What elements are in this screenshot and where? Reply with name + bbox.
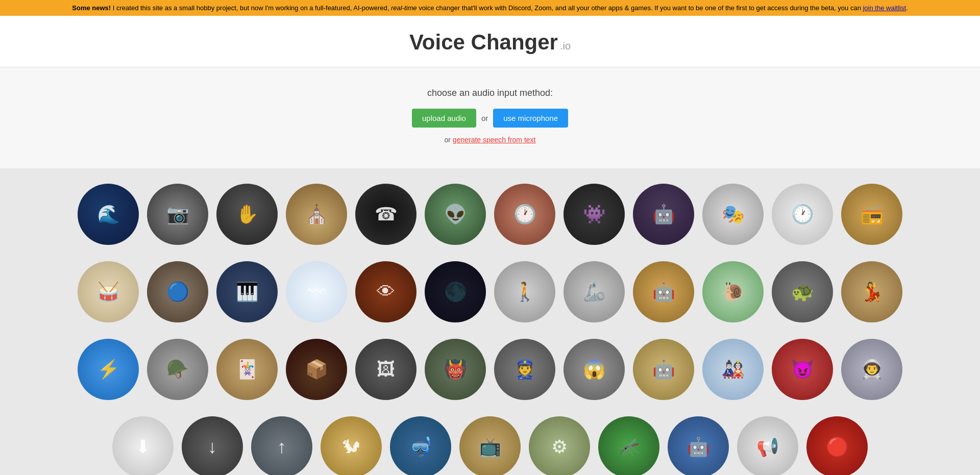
voice-icon-chipmunk: 🐿 — [342, 438, 360, 456]
generate-speech-row: or generate speech from text — [10, 136, 970, 144]
voice-grid: 🌊📷✋⛪☎👽🕐👾🤖🎭🕐📻🥁🔵🎹〰👁🌑🚶🦾🤖🐌🐢💃⚡🪖🃏📦🖼👹👮😱🤖🎎😈👨‍🚀⬇↓… — [20, 184, 960, 475]
voice-circle-diver[interactable]: 🤿 — [390, 416, 451, 475]
voice-circle-guy-fawkes[interactable]: 🎭 — [702, 184, 764, 245]
site-title: Voice Changer — [409, 30, 558, 54]
voice-icon-police-officer: 👮 — [513, 360, 536, 379]
voice-circle-extra-47[interactable]: 🔴 — [806, 416, 868, 475]
voice-circle-fire-eye[interactable]: 👁 — [355, 261, 416, 322]
voice-icon-astronaut: 👨‍🚀 — [861, 360, 884, 379]
upload-audio-button[interactable]: upload audio — [412, 109, 476, 128]
voice-grid-section: 🌊📷✋⛪☎👽🕐👾🤖🎭🕐📻🥁🔵🎹〰👁🌑🚶🦾🤖🐌🐢💃⚡🪖🃏📦🖼👹👮😱🤖🎎😈👨‍🚀⬇↓… — [0, 168, 980, 475]
use-microphone-button[interactable]: use microphone — [493, 109, 568, 128]
voice-icon-dark-alien: 👾 — [583, 205, 606, 223]
voice-circle-sonic[interactable]: ⚡ — [78, 339, 139, 400]
voice-icon-snail: 🐌 — [722, 283, 745, 301]
voice-circle-photo[interactable]: 📷 — [147, 184, 208, 245]
voice-icon-ocean: 🌊 — [97, 205, 120, 223]
voice-circle-gears[interactable]: ⚙ — [529, 416, 590, 475]
choose-input-label: choose an audio input method: — [10, 88, 970, 98]
voice-circle-multi-arrows-down[interactable]: ↓ — [182, 416, 243, 475]
voice-circle-dancer[interactable]: 💃 — [841, 261, 902, 322]
voice-icon-toy-robot: 🤖 — [652, 283, 675, 301]
voice-icon-small-robot: 🤖 — [652, 360, 675, 379]
voice-icon-clock: 🕐 — [791, 205, 814, 223]
voice-circle-robot-walker[interactable]: 🚶 — [494, 261, 555, 322]
voice-icon-alien: 👽 — [444, 205, 467, 223]
voice-circle-card-trick[interactable]: 🃏 — [216, 339, 278, 400]
voice-circle-creature[interactable]: 👹 — [425, 339, 486, 400]
voice-icon-old-tv: 📺 — [479, 438, 502, 456]
voice-icon-portrait: 🖼 — [377, 360, 395, 379]
voice-icon-multi-arrows-down: ↓ — [208, 438, 217, 456]
voice-circle-melting-clock[interactable]: 🕐 — [494, 184, 555, 245]
voice-circle-dalek[interactable]: 🔵 — [147, 261, 208, 322]
voice-circle-blue-robot[interactable]: 🤖 — [668, 416, 729, 475]
voice-icon-radio: 📻 — [861, 205, 884, 223]
voice-circle-snail[interactable]: 🐌 — [702, 261, 764, 322]
banner-text: I created this site as a small hobby pro… — [111, 4, 391, 12]
voice-circle-wtf-guy[interactable]: 😱 — [564, 339, 625, 400]
voice-circle-dark-space[interactable]: 🌑 — [425, 261, 486, 322]
voice-circle-cymbal[interactable]: 🥁 — [78, 261, 139, 322]
voice-icon-cymbal: 🥁 — [97, 283, 120, 301]
voice-circle-demon[interactable]: 😈 — [772, 339, 833, 400]
voice-icon-waveform: 〰 — [307, 283, 326, 301]
voice-circle-astronaut[interactable]: 👨‍🚀 — [841, 339, 902, 400]
voice-circle-alien[interactable]: 👽 — [425, 184, 486, 245]
voice-grid-row: 🥁🔵🎹〰👁🌑🚶🦾🤖🐌🐢💃 — [78, 261, 902, 322]
voice-icon-wtf-guy: 😱 — [583, 360, 606, 379]
voice-circle-ghost-hand[interactable]: ✋ — [216, 184, 278, 245]
voice-icon-wooden-box: 📦 — [305, 360, 328, 379]
voice-icon-arrows-down: ⬇ — [135, 438, 151, 456]
voice-circle-old-tv[interactable]: 📺 — [459, 416, 521, 475]
banner-bold: Some news! — [72, 4, 111, 12]
voice-circle-multi-arrows-up[interactable]: ↑ — [251, 416, 312, 475]
voice-icon-megaphone: 📢 — [756, 438, 779, 456]
voice-icon-dalek: 🔵 — [166, 283, 189, 301]
voice-circle-police-officer[interactable]: 👮 — [494, 339, 555, 400]
voice-circle-small-robot[interactable]: 🤖 — [633, 339, 694, 400]
voice-icon-ghost-hand: ✋ — [236, 205, 259, 223]
voice-icon-dark-space: 🌑 — [444, 283, 467, 301]
voice-circle-mosquito[interactable]: 🦟 — [598, 416, 659, 475]
audio-input-section: choose an audio input method: upload aud… — [0, 67, 980, 168]
voice-icon-gears: ⚙ — [551, 438, 568, 456]
voice-circle-dark-alien[interactable]: 👾 — [564, 184, 625, 245]
voice-icon-cathedral: ⛪ — [305, 205, 328, 223]
voice-circle-ocean[interactable]: 🌊 — [78, 184, 139, 245]
voice-circle-robot-figure[interactable]: 🤖 — [633, 184, 694, 245]
voice-grid-row: ⚡🪖🃏📦🖼👹👮😱🤖🎎😈👨‍🚀 — [78, 339, 902, 400]
voice-circle-chipmunk[interactable]: 🐿 — [321, 416, 382, 475]
banner-italic: real-time — [391, 4, 417, 12]
voice-icon-robot-arms: 🦾 — [583, 283, 606, 301]
voice-icon-demon: 😈 — [791, 360, 814, 379]
voice-icon-photo: 📷 — [166, 205, 189, 223]
voice-icon-turtle: 🐢 — [791, 283, 814, 301]
voice-circle-wooden-box[interactable]: 📦 — [286, 339, 347, 400]
voice-circle-radio[interactable]: 📻 — [841, 184, 902, 245]
voice-icon-extra-47: 🔴 — [826, 438, 849, 456]
voice-circle-telephone[interactable]: ☎ — [355, 184, 416, 245]
waitlist-link[interactable]: join the waitlist — [863, 4, 906, 12]
voice-icon-dancer: 💃 — [861, 283, 884, 301]
voice-circle-turtle[interactable]: 🐢 — [772, 261, 833, 322]
voice-grid-row: 🌊📷✋⛪☎👽🕐👾🤖🎭🕐📻 — [78, 184, 902, 245]
voice-circle-clock[interactable]: 🕐 — [772, 184, 833, 245]
voice-circle-portrait[interactable]: 🖼 — [355, 339, 416, 400]
voice-icon-sonic: ⚡ — [97, 360, 120, 379]
voice-circle-soldier[interactable]: 🪖 — [147, 339, 208, 400]
voice-circle-cathedral[interactable]: ⛪ — [286, 184, 347, 245]
voice-circle-waveform[interactable]: 〰 — [286, 261, 347, 322]
banner-text2: voice changer that'll work with Discord,… — [417, 4, 863, 12]
or-separator: or — [481, 114, 488, 122]
voice-circle-megaphone[interactable]: 📢 — [737, 416, 798, 475]
voice-circle-toy-figure[interactable]: 🎎 — [702, 339, 764, 400]
voice-icon-toy-figure: 🎎 — [722, 360, 745, 379]
generate-speech-link[interactable]: generate speech from text — [453, 136, 536, 144]
voice-icon-diver: 🤿 — [409, 438, 432, 456]
voice-icon-robot-figure: 🤖 — [652, 205, 675, 223]
voice-circle-robot-arms[interactable]: 🦾 — [564, 261, 625, 322]
voice-circle-synthesizer[interactable]: 🎹 — [216, 261, 278, 322]
voice-circle-arrows-down[interactable]: ⬇ — [112, 416, 174, 475]
voice-circle-toy-robot[interactable]: 🤖 — [633, 261, 694, 322]
